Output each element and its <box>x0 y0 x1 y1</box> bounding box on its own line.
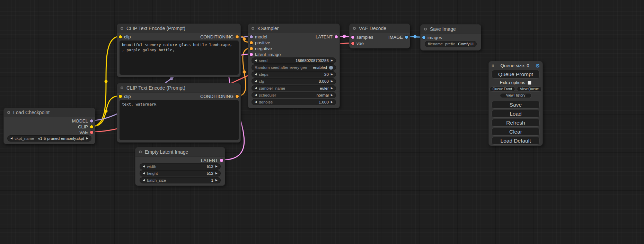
widget-value: 512 <box>207 164 213 169</box>
collapse-dot-icon[interactable] <box>139 151 142 153</box>
node-vae-decode[interactable]: VAE Decode samples vae IMAGE <box>349 24 410 48</box>
input-label: model <box>255 34 267 39</box>
batch-size-widget[interactable]: ◀ batch_size 1 ▶ <box>140 177 221 183</box>
ckpt-name-widget[interactable]: ◀ ckpt_name v1-5-pruned-emaonly.ckpt ▶ <box>7 135 91 142</box>
increment-arrow-icon[interactable]: ▶ <box>215 179 218 182</box>
decrement-arrow-icon[interactable]: ◀ <box>255 80 257 83</box>
images-input-port[interactable] <box>422 36 425 39</box>
positive-prompt-textarea[interactable]: beautiful scenery nature glass bottle la… <box>120 40 239 75</box>
vae-output-port[interactable] <box>90 131 93 134</box>
decrement-arrow-icon[interactable]: ◀ <box>255 101 257 103</box>
widget-label: width <box>147 164 156 169</box>
collapse-dot-icon[interactable] <box>252 27 254 30</box>
collapse-dot-icon[interactable] <box>424 28 427 30</box>
clip-output-port[interactable] <box>90 125 93 128</box>
random-seed-toggle-widget[interactable]: Random seed after every gen enabled <box>252 64 336 71</box>
node-titlebar[interactable]: Save Image <box>421 25 481 34</box>
collapse-dot-icon[interactable] <box>121 87 123 89</box>
output-label: CONDITIONING <box>200 94 233 99</box>
increment-arrow-icon[interactable]: ▶ <box>331 87 333 90</box>
latent-image-input-port[interactable] <box>250 53 253 56</box>
increment-arrow-icon[interactable]: ▶ <box>331 59 333 62</box>
negative-input-port[interactable] <box>250 47 253 50</box>
increment-arrow-icon[interactable]: ▶ <box>86 137 88 140</box>
collapse-dot-icon[interactable] <box>121 27 123 30</box>
filename-prefix-widget[interactable]: filename_prefix ComfyUI <box>425 41 477 47</box>
clip-input-port[interactable] <box>119 95 122 98</box>
view-queue-button[interactable]: View Queue <box>517 87 542 92</box>
node-title: Save Image <box>430 26 456 32</box>
cfg-widget[interactable]: ◀ cfg 8.000 ▶ <box>252 78 336 84</box>
load-button[interactable]: Load <box>492 110 540 118</box>
link-midpoint-dot <box>414 35 417 38</box>
increment-arrow-icon[interactable]: ▶ <box>331 73 333 76</box>
width-widget[interactable]: ◀ width 512 ▶ <box>140 163 221 170</box>
decrement-arrow-icon[interactable]: ◀ <box>143 172 145 175</box>
image-output-port[interactable] <box>405 36 408 39</box>
save-button[interactable]: Save <box>492 101 540 109</box>
output-label: CLIP <box>78 124 88 129</box>
node-titlebar[interactable]: CLIP Text Encode (Prompt) <box>117 24 240 33</box>
drag-handle-icon[interactable]: ⠿ <box>491 63 494 68</box>
denoise-widget[interactable]: ◀ denoise 1.000 ▶ <box>252 99 336 105</box>
increment-arrow-icon[interactable]: ▶ <box>331 101 333 103</box>
view-history-button[interactable]: View History <box>500 93 532 98</box>
conditioning-output-port[interactable] <box>236 35 239 38</box>
decrement-arrow-icon[interactable]: ◀ <box>10 137 12 140</box>
sampler-name-widget[interactable]: ◀ sampler_name euler ▶ <box>252 85 336 91</box>
settings-gear-icon[interactable]: ⚙ <box>536 63 540 68</box>
model-output-port[interactable] <box>90 119 93 123</box>
queue-prompt-button[interactable]: Queue Prompt <box>492 70 540 79</box>
latent-output-port[interactable] <box>335 35 338 38</box>
node-load-checkpoint[interactable]: Load Checkpoint MODEL CLIP VAE ◀ ckpt_na… <box>3 108 95 144</box>
clip-input-port[interactable] <box>119 35 122 38</box>
load-default-button[interactable]: Load Default <box>492 137 540 145</box>
node-clip-text-encode-positive[interactable]: CLIP Text Encode (Prompt) clip CONDITION… <box>117 24 241 77</box>
decrement-arrow-icon[interactable]: ◀ <box>255 73 257 76</box>
collapse-dot-icon[interactable] <box>353 27 356 30</box>
increment-arrow-icon[interactable]: ▶ <box>215 165 218 168</box>
extra-options-checkbox[interactable] <box>528 81 531 85</box>
model-input-port[interactable] <box>250 35 253 38</box>
height-widget[interactable]: ◀ height 512 ▶ <box>140 170 221 177</box>
increment-arrow-icon[interactable]: ▶ <box>331 94 333 97</box>
positive-input-port[interactable] <box>250 41 253 44</box>
input-label: images <box>427 35 442 40</box>
increment-arrow-icon[interactable]: ▶ <box>331 80 333 83</box>
refresh-button[interactable]: Refresh <box>492 119 540 127</box>
node-clip-text-encode-negative[interactable]: CLIP Text Encode (Prompt) clip CONDITION… <box>117 83 241 143</box>
decrement-arrow-icon[interactable]: ◀ <box>143 179 145 182</box>
scheduler-widget[interactable]: ◀ scheduler normal ▶ <box>252 92 336 98</box>
node-titlebar[interactable]: KSampler <box>248 24 339 33</box>
widget-value: euler <box>320 86 329 90</box>
widget-value: 8.000 <box>319 79 329 83</box>
node-titlebar[interactable]: Empty Latent Image <box>135 147 225 157</box>
decrement-arrow-icon[interactable]: ◀ <box>143 165 145 168</box>
node-graph-canvas[interactable]: Load Checkpoint MODEL CLIP VAE ◀ ckpt_na… <box>0 0 644 244</box>
node-ksampler[interactable]: KSampler model positive negative latent_… <box>248 24 340 108</box>
collapse-dot-icon[interactable] <box>7 111 10 114</box>
decrement-arrow-icon[interactable]: ◀ <box>255 94 257 97</box>
clear-button[interactable]: Clear <box>492 128 540 136</box>
seed-widget[interactable]: ◀ seed 156680208700286 ▶ <box>252 57 336 64</box>
negative-prompt-textarea[interactable]: text, watermark <box>120 100 239 140</box>
widget-value: 1.000 <box>319 100 329 104</box>
vae-input-port[interactable] <box>351 42 354 45</box>
samples-input-port[interactable] <box>351 36 354 39</box>
conditioning-output-port[interactable] <box>236 95 239 98</box>
node-titlebar[interactable]: Load Checkpoint <box>4 108 95 117</box>
node-title: VAE Decode <box>359 26 386 31</box>
decrement-arrow-icon[interactable]: ◀ <box>255 59 257 62</box>
increment-arrow-icon[interactable]: ▶ <box>215 172 218 175</box>
latent-output-port[interactable] <box>220 159 223 162</box>
node-title: Load Checkpoint <box>13 110 50 115</box>
node-titlebar[interactable]: VAE Decode <box>350 24 410 33</box>
node-save-image[interactable]: Save Image images filename_prefix ComfyU… <box>420 24 481 51</box>
node-titlebar[interactable]: CLIP Text Encode (Prompt) <box>117 83 240 93</box>
queue-front-button[interactable]: Queue Front <box>489 87 515 92</box>
node-empty-latent-image[interactable]: Empty Latent Image LATENT ◀ width 512 ▶ … <box>135 147 225 186</box>
input-label: negative <box>255 46 272 51</box>
decrement-arrow-icon[interactable]: ◀ <box>255 87 257 90</box>
steps-widget[interactable]: ◀ steps 20 ▶ <box>252 71 336 78</box>
toggle-knob-icon[interactable] <box>329 66 333 70</box>
